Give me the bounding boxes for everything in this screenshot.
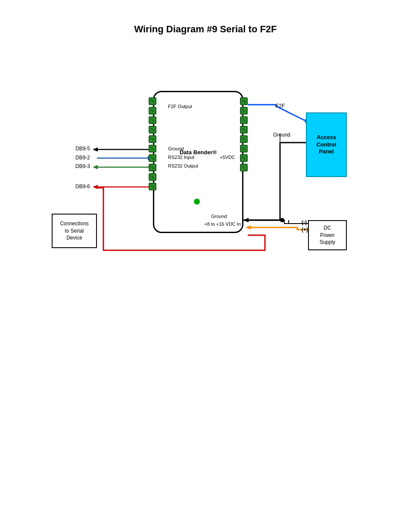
svg-marker-14 — [93, 185, 98, 189]
terminal-screw-9 — [149, 173, 156, 181]
db9-5-label: DB9-5 — [75, 146, 90, 152]
8to16-label: +8 to +16 VDC In — [204, 221, 241, 227]
db9-2-label: DB9-2 — [75, 155, 90, 161]
svg-marker-8 — [93, 147, 98, 152]
db9-6-label: DB9-6 — [75, 184, 90, 190]
terminal-screw-1 — [149, 97, 156, 105]
terminal-screw-r1 — [240, 97, 248, 105]
terminal-screw-2 — [149, 107, 156, 115]
terminal-screw-4 — [149, 126, 156, 134]
serial-device-box: Connectionsto SerialDevice — [52, 214, 97, 248]
terminal-screw-r3 — [240, 116, 248, 124]
ground-bottom-label: Ground — [211, 214, 227, 219]
page-title: Wiring Diagram #9 Serial to F2F — [0, 0, 411, 39]
rs232-output-label: RS232 Output — [168, 163, 198, 168]
terminal-screw-3 — [149, 116, 156, 124]
access-panel-label: AccessControlPanel — [316, 134, 336, 156]
db9-3-label: DB9-3 — [75, 163, 90, 169]
terminal-screw-r8 — [240, 164, 248, 171]
ground-right-label: Ground — [273, 132, 290, 138]
f2f-label: F2F — [276, 103, 285, 109]
terminal-screw-r5 — [240, 135, 248, 143]
serial-device-label: Connectionsto SerialDevice — [60, 220, 89, 242]
diagram-container: F2F Output Ground RS232 Input RS232 Outp… — [0, 65, 411, 289]
svg-marker-6 — [246, 225, 251, 230]
svg-marker-3 — [243, 218, 249, 222]
minus-label: (-) — [302, 219, 307, 225]
terminal-right — [240, 97, 248, 171]
plus-label: (+) — [302, 227, 308, 233]
terminal-screw-5 — [149, 135, 156, 143]
terminal-left — [149, 97, 156, 190]
data-bender-label: Data Bender® — [153, 149, 243, 156]
power-supply-box: DCPowerSupply — [308, 220, 347, 250]
svg-point-2 — [280, 218, 284, 222]
terminal-screw-r2 — [240, 107, 248, 115]
data-bender-box — [153, 91, 243, 233]
access-control-panel: AccessControlPanel — [306, 112, 347, 177]
svg-marker-5 — [243, 218, 249, 222]
f2f-output-label: F2F Output — [168, 104, 192, 109]
terminal-screw-r4 — [240, 126, 248, 134]
terminal-screw-10 — [149, 183, 156, 190]
svg-marker-12 — [93, 165, 98, 169]
terminal-screw-8 — [149, 164, 156, 171]
green-indicator — [194, 199, 200, 205]
power-supply-label: DCPowerSupply — [320, 224, 336, 246]
